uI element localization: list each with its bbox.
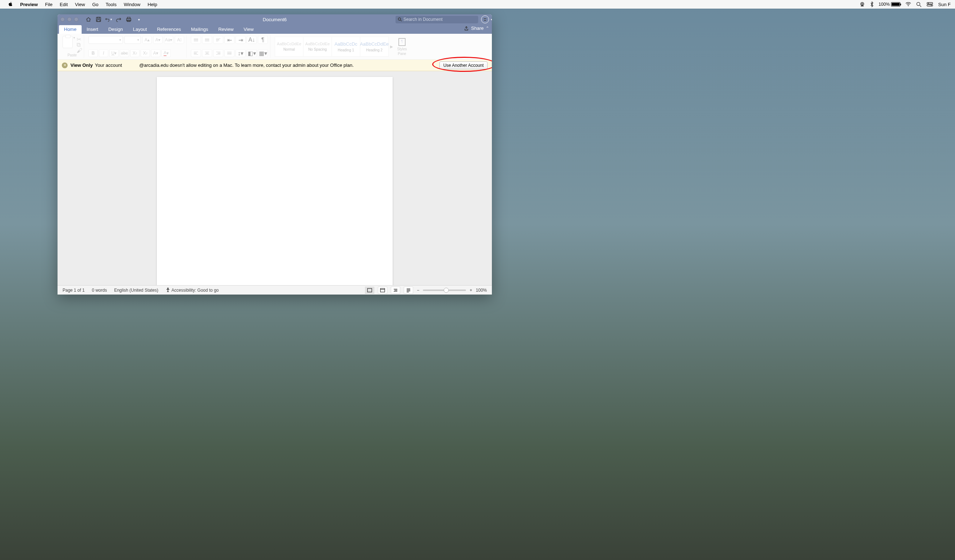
close-window-button[interactable] — [60, 17, 65, 22]
tab-mailings[interactable]: Mailings — [186, 25, 213, 34]
undo-icon[interactable]: ▾ — [105, 16, 112, 23]
menubar-go[interactable]: Go — [88, 2, 102, 7]
traffic-lights[interactable] — [60, 17, 78, 22]
superscript-button[interactable]: X2 — [141, 49, 150, 57]
bullets-button[interactable] — [191, 36, 201, 44]
collapse-ribbon-icon[interactable]: ⌃ — [486, 26, 489, 31]
page-1[interactable] — [157, 77, 393, 285]
subscript-button[interactable]: X2 — [130, 49, 139, 57]
use-another-account-button[interactable]: Use Another Account — [439, 61, 488, 69]
svg-point-2 — [908, 6, 909, 6]
menubar-tools[interactable]: Tools — [102, 2, 120, 7]
status-accessibility[interactable]: Accessibility: Good to go — [165, 287, 219, 293]
style-normal[interactable]: AaBbCcDdEeNormal — [275, 37, 304, 57]
paste-button[interactable] — [63, 36, 73, 48]
font-size-combo[interactable]: ▾ — [124, 36, 141, 44]
view-web-layout-icon[interactable] — [378, 287, 387, 294]
underline-button[interactable]: U▾ — [109, 49, 119, 57]
zoom-window-button[interactable] — [74, 17, 78, 22]
format-painter-icon[interactable]: 🖌 — [77, 47, 81, 53]
tab-insert[interactable]: Insert — [81, 25, 103, 34]
style-heading-2[interactable]: AaBbCcDdEeHeading 2 — [360, 37, 389, 57]
menubar-edit[interactable]: Edit — [56, 2, 71, 7]
increase-indent-button[interactable]: ⇥ — [235, 36, 246, 44]
print-icon[interactable] — [125, 16, 132, 23]
battery-status[interactable]: 100% — [879, 2, 901, 7]
menubar-help[interactable]: Help — [144, 2, 161, 7]
bold-button[interactable]: B — [88, 49, 98, 57]
highlight-button[interactable]: A▾ — [151, 49, 160, 57]
status-language[interactable]: English (United States) — [114, 288, 158, 293]
clear-formatting-icon[interactable]: A⃠ — [175, 36, 184, 44]
tab-references[interactable]: References — [152, 25, 186, 34]
tab-layout[interactable]: Layout — [128, 25, 152, 34]
zoom-out-button[interactable]: − — [417, 288, 419, 293]
align-right-button[interactable] — [213, 49, 223, 57]
style-heading-1[interactable]: AaBbCcDcHeading 1 — [332, 37, 360, 57]
menubar-clock[interactable]: Sun F — [938, 2, 951, 7]
svg-text:¶: ¶ — [401, 39, 403, 44]
document-canvas[interactable] — [58, 71, 492, 285]
view-print-layout-icon[interactable] — [365, 287, 374, 294]
document-title: Document6 — [263, 17, 286, 22]
line-spacing-button[interactable]: ↕▾ — [235, 49, 246, 57]
ribbon-tabs: Home Insert Design Layout References Mai… — [58, 25, 492, 34]
minimize-window-button[interactable] — [67, 17, 72, 22]
airplay-icon[interactable] — [860, 2, 865, 7]
spotlight-icon[interactable] — [916, 2, 922, 7]
redo-icon[interactable] — [115, 16, 122, 23]
sort-button[interactable]: A↓ — [247, 36, 257, 44]
tab-view[interactable]: View — [239, 25, 259, 34]
shrink-font-icon[interactable]: A▾ — [153, 36, 163, 44]
menubar-view[interactable]: View — [72, 2, 89, 7]
view-draft-icon[interactable] — [404, 287, 413, 294]
style-no-spacing[interactable]: AaBbCcDdEeNo Spacing — [303, 37, 332, 57]
control-center-icon[interactable] — [927, 2, 933, 6]
search-in-document[interactable]: Search in Document — [396, 16, 478, 23]
multilevel-list-button[interactable] — [213, 36, 223, 44]
view-outline-icon[interactable] — [391, 287, 400, 294]
close-notification-icon[interactable]: ✕ — [62, 62, 67, 68]
view-only-notification: ✕ View Only Your account @arcadia.edu do… — [58, 59, 492, 71]
styles-gallery-more[interactable]: ▸ — [388, 43, 395, 50]
svg-point-19 — [168, 288, 169, 289]
numbering-button[interactable] — [202, 36, 212, 44]
notif-message: @arcadia.edu doesn't allow editing on a … — [139, 62, 354, 68]
change-case-icon[interactable]: Aa▾ — [164, 36, 173, 44]
font-color-button[interactable]: A▾ — [161, 49, 171, 57]
zoom-percent[interactable]: 100% — [476, 288, 487, 293]
show-marks-button[interactable]: ¶ — [258, 36, 268, 44]
home-icon[interactable] — [85, 16, 92, 23]
share-button[interactable]: Share ⌃ — [464, 25, 489, 31]
zoom-in-button[interactable]: + — [470, 288, 472, 293]
styles-pane-button[interactable]: ¶ Styles Pane — [395, 38, 409, 56]
tab-home[interactable]: Home — [59, 25, 81, 34]
tab-review[interactable]: Review — [213, 25, 239, 34]
font-name-combo[interactable]: ▾ — [88, 36, 123, 44]
italic-button[interactable]: I — [99, 49, 108, 57]
share-label: Share — [471, 25, 484, 31]
menubar-file[interactable]: File — [41, 2, 56, 7]
align-left-button[interactable] — [191, 49, 201, 57]
feedback-smiley-icon[interactable] — [481, 16, 489, 23]
decrease-indent-button[interactable]: ⇤ — [224, 36, 235, 44]
zoom-slider[interactable] — [423, 290, 466, 291]
shading-button[interactable]: ◧▾ — [247, 49, 257, 57]
borders-button[interactable]: ▦▾ — [258, 49, 268, 57]
cut-icon[interactable]: ✂ — [77, 36, 81, 41]
wifi-icon[interactable] — [905, 2, 911, 6]
grow-font-icon[interactable]: A▴ — [142, 36, 152, 44]
apple-menu-icon[interactable] — [4, 2, 17, 8]
tab-design[interactable]: Design — [103, 25, 128, 34]
status-page[interactable]: Page 1 of 1 — [63, 288, 85, 293]
menubar-app-name[interactable]: Preview — [17, 2, 41, 7]
menubar-window[interactable]: Window — [120, 2, 144, 7]
qat-customize-icon[interactable]: ▾ — [135, 16, 142, 23]
copy-icon[interactable]: ⧉ — [77, 42, 81, 47]
bluetooth-icon[interactable] — [870, 2, 874, 7]
align-center-button[interactable] — [202, 49, 212, 57]
strikethrough-button[interactable]: abc — [120, 49, 129, 57]
status-word-count[interactable]: 0 words — [92, 288, 107, 293]
justify-button[interactable] — [224, 49, 235, 57]
save-icon[interactable] — [95, 16, 102, 23]
